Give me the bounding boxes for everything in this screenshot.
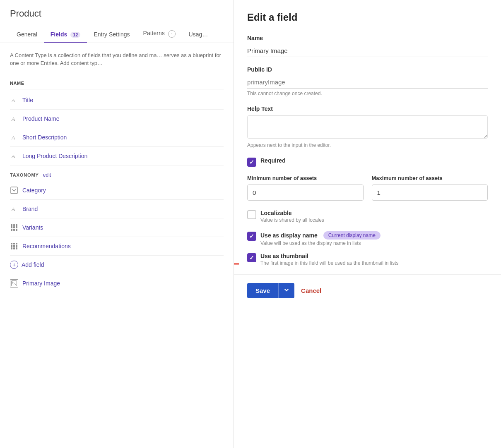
svg-rect-4 — [11, 187, 17, 194]
required-checkbox[interactable]: ✓ — [247, 158, 256, 167]
tab-patterns[interactable]: Patterns · — [137, 26, 182, 43]
add-field-icon: + — [10, 261, 18, 269]
public-id-input[interactable] — [247, 76, 488, 89]
text-icon: A — [10, 115, 18, 123]
localizable-label: Localizable — [260, 210, 324, 216]
field-name-recommendations: Recommendations — [22, 243, 71, 249]
min-assets-group: Minimum number of assets — [247, 175, 364, 201]
required-label: Required — [260, 157, 286, 164]
check-icon: ✓ — [249, 159, 254, 165]
name-label: Name — [247, 35, 488, 41]
col-header-name: NAME — [10, 77, 224, 89]
field-name-short-desc: Short Description — [22, 134, 67, 141]
max-assets-label: Maximum number of assets — [372, 175, 488, 181]
left-content: A Content Type is a collection of fields… — [0, 43, 234, 448]
help-text-label: Help Text — [247, 105, 488, 112]
add-field-row[interactable]: + Add field — [10, 256, 224, 274]
current-display-name-badge: Current display name — [323, 231, 381, 240]
text-icon: A — [10, 133, 18, 141]
tab-fields[interactable]: Fields 12 — [44, 27, 87, 43]
svg-text:A: A — [11, 206, 15, 212]
field-row-recommendations[interactable]: Recommendations — [10, 237, 224, 256]
edit-field-title: Edit a field — [247, 12, 488, 23]
check-icon: ✓ — [249, 254, 254, 261]
thumbnail-checkbox[interactable]: ✓ — [247, 253, 256, 262]
field-row-variants[interactable]: Variants — [10, 218, 224, 237]
tab-usage[interactable]: Usag… — [182, 27, 215, 43]
field-name-title: Title — [22, 97, 33, 103]
max-assets-group: Maximum number of assets — [372, 175, 488, 201]
name-input[interactable] — [247, 45, 488, 57]
field-row-product-name[interactable]: A Product Name — [10, 110, 224, 128]
image-icon — [10, 279, 18, 287]
content-type-description: A Content Type is a collection of fields… — [10, 51, 224, 67]
product-title: Product — [10, 8, 224, 19]
help-text-hint: Appears next to the input in the editor. — [247, 142, 488, 148]
display-name-checkbox[interactable]: ✓ — [247, 232, 256, 241]
fields-table: NAME A Title A Product Name — [10, 77, 224, 292]
left-panel: Product General Fields 12 Entry Settings… — [0, 0, 234, 448]
public-id-label: Public ID — [247, 66, 488, 73]
field-row-brand[interactable]: A Brand — [10, 200, 224, 218]
field-row-title[interactable]: A Title — [10, 91, 224, 110]
cancel-button[interactable]: Cancel — [301, 287, 321, 294]
tab-general[interactable]: General — [10, 27, 44, 43]
svg-text:A: A — [11, 153, 15, 159]
save-dropdown-button[interactable] — [278, 283, 294, 298]
field-name-long-desc: Long Product Description — [22, 153, 87, 159]
localizable-sub: Value is shared by all locales — [260, 217, 324, 223]
public-id-hint: This cannot change once created. — [247, 91, 488, 96]
display-name-section: ✓ Use as display name Current display na… — [247, 231, 488, 246]
tab-entry-settings[interactable]: Entry Settings — [87, 27, 136, 43]
field-row-short-description[interactable]: A Short Description — [10, 128, 224, 147]
text-icon: A — [10, 96, 18, 104]
field-name-brand: Brand — [22, 206, 38, 212]
field-name-primary-image: Primary Image — [22, 280, 60, 287]
localizable-checkbox[interactable] — [247, 210, 256, 219]
name-form-group: Name — [247, 35, 488, 57]
svg-text:A: A — [11, 134, 15, 141]
tabs-bar: General Fields 12 Entry Settings Pattern… — [10, 26, 224, 43]
localizable-row: Localizable Value is shared by all local… — [247, 210, 488, 223]
svg-point-7 — [12, 281, 14, 283]
field-name-product-name: Product Name — [22, 115, 59, 122]
help-text-input[interactable] — [247, 115, 488, 139]
patterns-dot: · — [168, 30, 176, 38]
max-assets-input[interactable] — [372, 184, 488, 201]
required-row: ✓ Required — [247, 157, 488, 167]
footer-buttons: Save Cancel — [234, 274, 501, 307]
annotation-arrow — [234, 254, 243, 276]
grid-icon — [10, 223, 18, 232]
display-name-label: Use as display name — [260, 232, 318, 239]
display-name-sub: Value will be used as the display name i… — [260, 240, 381, 246]
taxonomy-edit-link[interactable]: edit — [43, 172, 51, 178]
min-assets-input[interactable] — [247, 184, 364, 201]
add-field-label: Add field — [22, 261, 44, 268]
min-assets-label: Minimum number of assets — [247, 175, 364, 181]
grid-icon — [10, 242, 18, 250]
save-button[interactable]: Save — [247, 283, 278, 298]
field-row-long-description[interactable]: A Long Product Description — [10, 147, 224, 165]
fields-badge: 12 — [70, 32, 80, 38]
thumbnail-row: ✓ Use as thumbnail The first image in th… — [247, 253, 488, 266]
text-icon: A — [10, 152, 18, 160]
field-name-variants: Variants — [22, 224, 43, 231]
number-inputs-row: Minimum number of assets Maximum number … — [247, 175, 488, 201]
help-text-form-group: Help Text Appears next to the input in t… — [247, 105, 488, 148]
right-panel: Edit a field Name Public ID This cannot … — [234, 0, 501, 448]
field-row-category[interactable]: Category — [10, 181, 224, 200]
product-header: Product General Fields 12 Entry Settings… — [0, 0, 234, 43]
dropdown-icon — [10, 186, 18, 194]
field-row-primary-image[interactable]: Primary Image — [10, 274, 224, 292]
text-icon: A — [10, 205, 18, 213]
check-icon: ✓ — [249, 233, 254, 240]
thumbnail-sub: The first image in this field will be us… — [260, 260, 399, 266]
taxonomy-section-label: TAXONOMY edit — [10, 165, 224, 181]
display-name-row: ✓ Use as display name Current display na… — [247, 231, 488, 246]
field-name-category: Category — [22, 187, 46, 194]
thumbnail-label: Use as thumbnail — [260, 253, 399, 259]
public-id-form-group: Public ID This cannot change once create… — [247, 66, 488, 96]
svg-text:A: A — [11, 97, 15, 103]
svg-text:A: A — [11, 116, 15, 122]
